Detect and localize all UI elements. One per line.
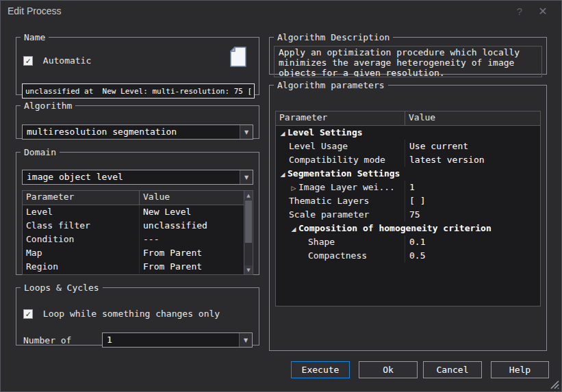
number-of-label: Number of [23,335,71,345]
param-row[interactable]: Compatibility mode latest version [276,153,540,167]
param-row[interactable]: Shape 0.1 [276,235,540,249]
scroll-up-icon[interactable]: ▲ [244,191,253,200]
row-param: Class filter [23,219,139,233]
row-value: unclassified [139,219,244,233]
description-group-label: Algorithm Description [274,32,393,42]
algorithm-group-label: Algorithm [21,101,75,111]
table-row[interactable]: Region From Parent [23,260,244,274]
check-icon: ✓ [25,309,30,319]
process-name-input[interactable] [22,83,255,99]
execute-button[interactable]: Execute [291,361,350,378]
tree-expanded-icon[interactable]: ◢ [289,223,298,235]
column-header-parameter: Parameter [276,112,405,125]
table-row[interactable]: Class filter unclassified [23,219,244,233]
domain-table-header: Parameter Value [23,191,253,205]
algorithm-selected: multiresolution segmentation [23,125,240,139]
ok-button[interactable]: Ok [359,361,418,378]
edit-process-dialog: { "window": { "title": "Edit Process", "… [0,0,562,392]
tree-collapsed-icon[interactable]: ▷ [289,182,298,194]
domain-selected: image object level [23,170,240,184]
document-icon[interactable] [230,47,246,67]
parameters-table: Parameter Value ◢Level Settings Level Us… [275,111,541,306]
param-value: 0.1 [405,235,540,249]
resize-grip[interactable] [548,378,559,389]
group-label: Segmentation Settings [288,168,400,179]
help-icon[interactable]: ? [508,5,531,17]
name-group: Name ✓ Automatic [16,32,259,95]
param-label: Compatibility mode [276,153,405,167]
row-param: Map [23,246,139,260]
scrollbar-thumb[interactable] [245,200,252,243]
column-header-value: Value [405,112,540,125]
param-row[interactable]: Scale parameter 75 [276,208,540,222]
number-of-combobox[interactable]: 1 ▼ [102,332,253,348]
table-row[interactable]: Condition --- [23,233,244,246]
parameters-group-label: Algorithm parameters [274,80,388,90]
check-icon: ✓ [25,56,30,66]
param-label: Compactness [276,249,405,263]
row-value: From Parent [139,246,244,260]
loop-checkbox[interactable]: ✓ [23,309,33,319]
group-label: Level Settings [288,127,363,138]
column-header-value: Value [139,191,253,205]
group-label: Composition of homogeneity criterion [298,223,491,233]
param-label: Level Usage [276,140,405,153]
domain-group: Domain image object level ▼ Parameter Va… [16,147,259,275]
domain-table: Parameter Value Level New Level Class fi… [22,190,253,275]
automatic-label: Automatic [43,55,91,66]
scroll-track[interactable] [244,244,253,265]
chevron-down-icon[interactable]: ▼ [240,125,253,139]
param-value: Use current [405,140,540,153]
param-value: 75 [405,208,540,222]
parameters-group: Algorithm parameters Parameter Value ◢Le… [269,80,547,351]
table-row[interactable]: Map From Parent [23,246,244,260]
row-value: --- [139,233,244,246]
column-header-parameter: Parameter [23,191,139,205]
row-value: From Parent [139,260,244,274]
algorithm-combobox[interactable]: multiresolution segmentation ▼ [22,125,253,140]
name-group-label: Name [21,32,49,42]
param-group-row[interactable]: ◢Composition of homogeneity criterion [276,222,540,235]
param-label: Shape [276,235,405,249]
table-row[interactable]: Level New Level [23,205,244,219]
param-row[interactable]: Thematic Layers [ ] [276,194,540,208]
help-button[interactable]: Help [491,361,549,378]
param-value: 1 [405,181,540,194]
param-value: 0.5 [405,249,540,263]
param-row[interactable]: ▷Image Layer wei... 1 [276,181,540,194]
close-icon[interactable]: ✕ [531,5,554,18]
domain-combobox[interactable]: image object level ▼ [22,170,253,185]
param-group-row[interactable]: ◢Level Settings [276,126,540,140]
number-of-value: 1 [103,333,239,347]
row-value: New Level [139,205,244,219]
domain-table-body: Level New Level Class filter unclassifie… [23,205,244,274]
param-group-row[interactable]: ◢Segmentation Settings [276,167,540,181]
title-bar[interactable]: Edit Process ? ✕ [1,1,561,21]
row-param: Condition [23,233,139,246]
cancel-button[interactable]: Cancel [423,361,482,378]
parameters-table-header: Parameter Value [276,112,540,126]
domain-table-scrollbar[interactable]: ▲ ▼ [244,191,253,274]
chevron-down-icon[interactable]: ▼ [240,170,253,184]
algorithm-group: Algorithm multiresolution segmentation ▼ [16,101,259,139]
param-value: [ ] [405,194,540,208]
chevron-down-icon[interactable]: ▼ [239,333,252,347]
domain-group-label: Domain [21,147,60,157]
param-label: Scale parameter [276,208,405,222]
automatic-row: ✓ Automatic [23,55,91,66]
param-label: Thematic Layers [276,194,405,208]
tree-expanded-icon[interactable]: ◢ [278,168,288,181]
param-row[interactable]: Compactness 0.5 [276,249,540,263]
scroll-down-icon[interactable]: ▼ [244,265,253,274]
param-value: latest version [405,153,540,167]
loops-group-label: Loops & Cycles [21,283,103,293]
algorithm-description-text: Apply an optimization procedure which lo… [274,46,542,77]
tree-expanded-icon[interactable]: ◢ [278,127,288,140]
loop-checkbox-row: ✓ Loop while something changes only [23,308,220,319]
param-row[interactable]: Level Usage Use current [276,140,540,153]
window-title: Edit Process [8,5,62,16]
description-group: Algorithm Description Apply an optimizat… [269,32,547,75]
row-param: Level [23,205,139,219]
param-label: Image Layer wei... [298,182,395,192]
automatic-checkbox[interactable]: ✓ [23,56,33,66]
